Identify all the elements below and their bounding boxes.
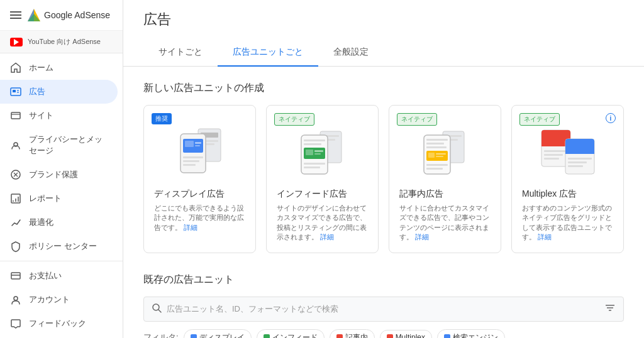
sidebar-item-optimize[interactable]: 最適化 xyxy=(0,210,118,234)
chip-article[interactable]: 記事内 xyxy=(330,329,375,338)
sidebar: Google AdSense YouTube 向け AdSense ホーム 広告… xyxy=(0,0,123,338)
svg-rect-29 xyxy=(183,160,199,162)
chip-display[interactable]: ディスプレイ xyxy=(184,329,252,338)
home-icon xyxy=(10,62,21,74)
tab-settings[interactable]: 全般設定 xyxy=(318,39,384,67)
sidebar-item-ads[interactable]: 広告 xyxy=(0,80,118,104)
svg-rect-30 xyxy=(183,164,196,166)
optimize-icon xyxy=(10,217,21,228)
multiplex-illustration xyxy=(522,121,613,183)
payment-icon xyxy=(10,270,21,281)
svg-rect-52 xyxy=(436,153,446,155)
infeed-ad-link[interactable]: 詳細 xyxy=(320,233,334,241)
article-ad-svg xyxy=(420,124,470,180)
card-badge-infeed: ネイティブ xyxy=(274,113,314,126)
filter-icon[interactable] xyxy=(604,302,616,316)
sidebar-item-account-label: アカウント xyxy=(29,294,70,305)
chip-search-label: 検索エンジン xyxy=(453,332,498,338)
tab-by-site[interactable]: サイトごと xyxy=(143,39,218,67)
existing-units-title: 既存の広告ユニット xyxy=(143,273,624,286)
chip-search-dot xyxy=(444,334,450,338)
sidebar-item-privacy[interactable]: プライバシーとメッセージ xyxy=(0,128,118,163)
article-ad-link[interactable]: 詳細 xyxy=(415,233,429,241)
policy-icon xyxy=(10,241,21,252)
brand-icon xyxy=(10,169,21,180)
chip-multiplex-dot xyxy=(387,334,393,338)
sidebar-header: Google AdSense xyxy=(0,0,123,31)
display-ad-desc: どこにでも表示できるよう設計された、万能で実用的な広告です。 詳細 xyxy=(154,204,245,232)
sidebar-item-payment-label: お支払い xyxy=(29,270,62,281)
svg-rect-53 xyxy=(436,156,443,157)
youtube-banner[interactable]: YouTube 向け AdSense xyxy=(0,31,123,53)
privacy-icon xyxy=(10,139,21,151)
display-ad-link[interactable]: 詳細 xyxy=(184,224,197,231)
article-ad-desc: サイトに合わせてカスタマイズできる広告で、記事やコンテンツのページに表示されます… xyxy=(399,204,491,243)
main-body: 新しい広告ユニットの作成 推奨 xyxy=(123,67,644,338)
multiplex-info-icon[interactable]: i xyxy=(606,113,616,123)
youtube-label: YouTube 向け AdSense xyxy=(28,37,101,46)
nav-bottom: お支払い アカウント フィードバック xyxy=(0,261,123,338)
ad-card-multiplex[interactable]: ネイティブ i xyxy=(511,105,624,253)
tab-bar: サイトごと 広告ユニットごと 全般設定 xyxy=(143,39,624,66)
adsense-logo-icon xyxy=(26,8,42,23)
svg-rect-66 xyxy=(568,161,587,163)
ads-icon xyxy=(10,86,21,97)
svg-rect-55 xyxy=(426,168,443,170)
svg-rect-65 xyxy=(568,158,592,160)
search-section: 広告ユニット名、ID、フォーマットなどで検索 xyxy=(143,297,624,322)
svg-rect-51 xyxy=(428,153,435,158)
chip-multiplex-label: Multiplex xyxy=(396,333,425,338)
tab-by-unit[interactable]: 広告ユニットごと xyxy=(218,39,318,67)
infeed-ad-name: インフィード広告 xyxy=(277,188,368,200)
sidebar-item-feedback[interactable]: フィードバック xyxy=(0,312,118,335)
chip-article-dot xyxy=(336,334,343,338)
page-title: 広告 xyxy=(143,10,624,29)
sidebar-item-payment[interactable]: お支払い xyxy=(0,264,118,288)
svg-rect-54 xyxy=(426,164,448,166)
svg-rect-64 xyxy=(565,150,594,154)
hamburger-icon[interactable] xyxy=(10,11,21,19)
card-badge-display: 推奨 xyxy=(152,113,172,124)
svg-point-18 xyxy=(14,297,18,300)
sidebar-item-sites[interactable]: サイト xyxy=(0,104,118,128)
article-illustration xyxy=(399,121,491,183)
main-header: 広告 サイトごと 広告ユニットごと 全般設定 xyxy=(123,0,644,67)
sidebar-item-reports[interactable]: レポート xyxy=(0,187,118,210)
sidebar-item-home[interactable]: ホーム xyxy=(0,56,118,80)
multiplex-ad-desc: おすすめのコンテンツ形式のネイティブ広告をグリッドとして表示する広告ユニットです… xyxy=(522,204,613,243)
ad-card-display[interactable]: 推奨 xyxy=(143,105,256,253)
nav-items: ホーム 広告 サイト プライバシーとメッセージ xyxy=(0,53,123,261)
svg-rect-47 xyxy=(426,139,448,141)
feedback-icon xyxy=(10,318,21,329)
sidebar-item-policy[interactable]: ポリシー センター xyxy=(0,234,118,258)
svg-rect-25 xyxy=(185,141,194,147)
chip-display-dot xyxy=(191,334,197,338)
chip-infeed[interactable]: インフィード xyxy=(257,329,325,338)
chip-multiplex[interactable]: Multiplex xyxy=(380,330,432,338)
display-ad-svg xyxy=(172,124,228,180)
search-bar[interactable]: 広告ユニット名、ID、フォーマットなどで検索 xyxy=(143,297,624,322)
svg-rect-40 xyxy=(314,153,321,155)
multiplex-ad-name: Multiplex 広告 xyxy=(522,188,613,200)
card-badge-multiplex: ネイティブ xyxy=(519,113,560,126)
sidebar-item-account[interactable]: アカウント xyxy=(0,288,118,312)
sidebar-item-brand[interactable]: ブランド保護 xyxy=(0,163,118,187)
multiplex-ad-svg xyxy=(536,124,599,180)
adsense-logo: Google AdSense xyxy=(26,8,110,23)
infeed-illustration xyxy=(277,121,368,183)
filter-label: フィルタ: xyxy=(143,332,179,338)
multiplex-ad-link[interactable]: 詳細 xyxy=(538,233,552,241)
svg-line-69 xyxy=(158,310,161,312)
ad-card-article[interactable]: ネイティブ xyxy=(389,105,501,253)
ad-card-infeed[interactable]: ネイティブ xyxy=(266,105,379,253)
svg-rect-67 xyxy=(568,165,583,167)
chip-search[interactable]: 検索エンジン xyxy=(437,329,505,338)
svg-rect-35 xyxy=(304,139,325,141)
search-input-placeholder: 広告ユニット名、ID、フォーマットなどで検索 xyxy=(167,303,599,315)
infeed-ad-svg xyxy=(297,124,348,180)
svg-rect-36 xyxy=(304,143,321,145)
card-badge-article: ネイティブ xyxy=(397,113,437,126)
youtube-icon xyxy=(10,38,23,46)
sidebar-item-ads-label: 広告 xyxy=(29,86,45,97)
svg-rect-60 xyxy=(544,154,563,156)
